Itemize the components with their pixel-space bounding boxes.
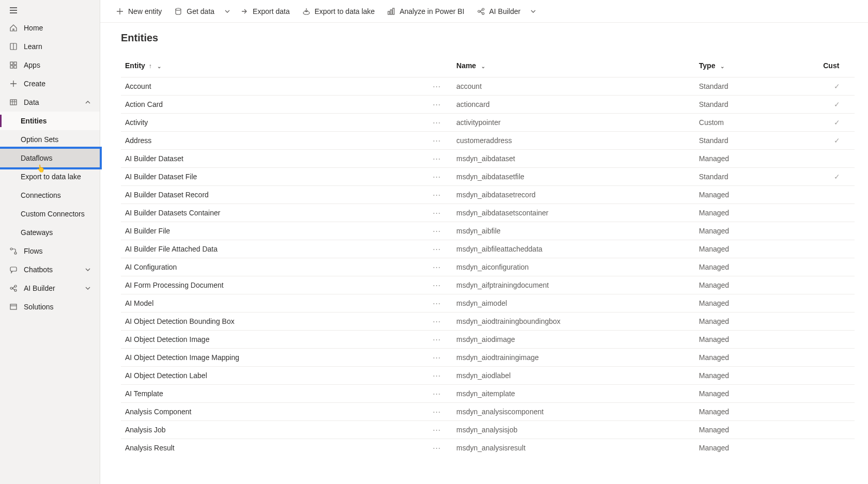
- row-more-button[interactable]: ⋯: [428, 367, 452, 385]
- row-more-button[interactable]: ⋯: [428, 385, 452, 403]
- row-more-button[interactable]: ⋯: [428, 204, 452, 222]
- svg-point-7: [14, 252, 17, 254]
- nav-data[interactable]: Data: [0, 93, 100, 112]
- row-more-button[interactable]: ⋯: [428, 222, 452, 240]
- table-row[interactable]: AI Configuration⋯msdyn_aiconfigurationMa…: [121, 258, 855, 276]
- table-row[interactable]: AI Template⋯msdyn_aitemplateManaged: [121, 385, 855, 403]
- table-row[interactable]: Account⋯accountStandard✓: [121, 77, 855, 96]
- entity-customizable: ✓: [819, 168, 855, 186]
- row-more-button[interactable]: ⋯: [428, 294, 452, 313]
- nav-chatbots[interactable]: Chatbots: [0, 260, 100, 279]
- table-row[interactable]: AI Object Detection Image Mapping⋯msdyn_…: [121, 349, 855, 367]
- entity-display-name: AI Builder Datasets Container: [121, 204, 428, 222]
- table-row[interactable]: AI Object Detection Label⋯msdyn_aiodlabe…: [121, 367, 855, 385]
- row-more-button[interactable]: ⋯: [428, 349, 452, 367]
- entity-display-name: Action Card: [121, 96, 428, 114]
- col-entity-header[interactable]: Entity ↑ ⌄: [121, 56, 428, 77]
- row-more-button[interactable]: ⋯: [428, 168, 452, 186]
- table-row[interactable]: Action Card⋯actioncardStandard✓: [121, 96, 855, 114]
- row-more-button[interactable]: ⋯: [428, 403, 452, 421]
- nav-flows[interactable]: Flows: [0, 242, 100, 260]
- entity-schema-name: msdyn_aifptrainingdocument: [452, 276, 695, 294]
- nav-learn[interactable]: Learn: [0, 37, 100, 56]
- table-row[interactable]: AI Builder Dataset File⋯msdyn_aibdataset…: [121, 168, 855, 186]
- table-row[interactable]: Activity⋯activitypointerCustom✓: [121, 114, 855, 132]
- entity-type: Managed: [695, 294, 819, 313]
- table-row[interactable]: AI Model⋯msdyn_aimodelManaged: [121, 294, 855, 313]
- book-icon: [9, 42, 18, 51]
- table-row[interactable]: AI Object Detection Image⋯msdyn_aiodimag…: [121, 331, 855, 349]
- chevron-down-icon: [85, 267, 90, 272]
- table-row[interactable]: AI Builder Dataset⋯msdyn_aibdatasetManag…: [121, 150, 855, 168]
- row-more-button[interactable]: ⋯: [428, 132, 452, 150]
- table-row[interactable]: Analysis Job⋯msdyn_analysisjobManaged: [121, 421, 855, 439]
- cmd-label: Export data: [253, 7, 290, 15]
- row-more-button[interactable]: ⋯: [428, 96, 452, 114]
- get-data-button[interactable]: Get data: [169, 4, 220, 19]
- nav-home[interactable]: Home: [0, 19, 100, 37]
- table-row[interactable]: AI Builder Dataset Record⋯msdyn_aibdatas…: [121, 186, 855, 204]
- entity-type: Custom: [695, 114, 819, 132]
- entity-type: Managed: [695, 367, 819, 385]
- col-cust-header[interactable]: Cust: [819, 56, 855, 77]
- entity-customizable: ✓: [819, 77, 855, 96]
- nav-data-custom-connectors[interactable]: Custom Connectors: [0, 205, 100, 223]
- row-more-button[interactable]: ⋯: [428, 150, 452, 168]
- row-more-button[interactable]: ⋯: [428, 313, 452, 331]
- table-row[interactable]: AI Form Processing Document⋯msdyn_aifptr…: [121, 276, 855, 294]
- entity-display-name: Activity: [121, 114, 428, 132]
- nav-apps[interactable]: Apps: [0, 56, 100, 74]
- table-row[interactable]: Analysis Result⋯msdyn_analysisresultMana…: [121, 439, 855, 457]
- row-more-button[interactable]: ⋯: [428, 331, 452, 349]
- nav-data-dataflows[interactable]: Dataflows 👆: [0, 149, 100, 167]
- col-name-header[interactable]: Name ⌄: [452, 56, 695, 77]
- table-row[interactable]: Address⋯customeraddressStandard✓: [121, 132, 855, 150]
- chevron-down-icon: ⌄: [481, 64, 485, 69]
- get-data-split[interactable]: [222, 6, 233, 17]
- entity-schema-name: msdyn_analysisresult: [452, 439, 695, 457]
- nav-label: Entities: [21, 117, 90, 125]
- nav-solutions[interactable]: Solutions: [0, 298, 100, 316]
- table-row[interactable]: Analysis Component⋯msdyn_analysiscompone…: [121, 403, 855, 421]
- row-more-button[interactable]: ⋯: [428, 421, 452, 439]
- export-data-button[interactable]: Export data: [235, 4, 295, 19]
- new-entity-button[interactable]: New entity: [111, 4, 167, 19]
- hamburger-button[interactable]: [0, 2, 100, 19]
- entity-schema-name: customeraddress: [452, 132, 695, 150]
- ai-builder-button[interactable]: AI Builder: [472, 4, 526, 19]
- table-row[interactable]: AI Object Detection Bounding Box⋯msdyn_a…: [121, 313, 855, 331]
- row-more-button[interactable]: ⋯: [428, 439, 452, 457]
- nav-data-connections[interactable]: Connections: [0, 186, 100, 205]
- entity-display-name: AI Configuration: [121, 258, 428, 276]
- row-more-button[interactable]: ⋯: [428, 77, 452, 96]
- nav-data-export-lake[interactable]: Export to data lake: [0, 167, 100, 186]
- table-row[interactable]: AI Builder File⋯msdyn_aibfileManaged: [121, 222, 855, 240]
- row-more-button[interactable]: ⋯: [428, 114, 452, 132]
- nav-data-entities[interactable]: Entities: [0, 112, 100, 130]
- chevron-down-icon: [531, 9, 536, 14]
- nav-data-gateways[interactable]: Gateways: [0, 223, 100, 242]
- nav-label: Connections: [21, 191, 90, 199]
- entity-customizable: [819, 403, 855, 421]
- nav-data-option-sets[interactable]: Option Sets: [0, 130, 100, 149]
- svg-rect-15: [388, 11, 390, 14]
- analyze-power-bi-button[interactable]: Analyze in Power BI: [382, 4, 469, 19]
- nav-label: Chatbots: [24, 266, 79, 274]
- row-more-button[interactable]: ⋯: [428, 258, 452, 276]
- svg-point-13: [176, 8, 181, 10]
- row-more-button[interactable]: ⋯: [428, 240, 452, 258]
- entity-schema-name: msdyn_analysiscomponent: [452, 403, 695, 421]
- entity-schema-name: msdyn_aiodimage: [452, 331, 695, 349]
- entity-schema-name: msdyn_aibdatasetrecord: [452, 186, 695, 204]
- export-data-lake-button[interactable]: Export to data lake: [297, 4, 380, 19]
- entities-table: Entity ↑ ⌄ Name ⌄ Type ⌄: [121, 56, 855, 457]
- row-more-button[interactable]: ⋯: [428, 186, 452, 204]
- col-type-header[interactable]: Type ⌄: [695, 56, 819, 77]
- row-more-button[interactable]: ⋯: [428, 276, 452, 294]
- nav-ai-builder[interactable]: AI Builder: [0, 279, 100, 298]
- nav-label: AI Builder: [24, 284, 79, 292]
- table-row[interactable]: AI Builder Datasets Container⋯msdyn_aibd…: [121, 204, 855, 222]
- table-row[interactable]: AI Builder File Attached Data⋯msdyn_aibf…: [121, 240, 855, 258]
- ai-builder-split[interactable]: [528, 6, 539, 17]
- nav-create[interactable]: Create: [0, 74, 100, 93]
